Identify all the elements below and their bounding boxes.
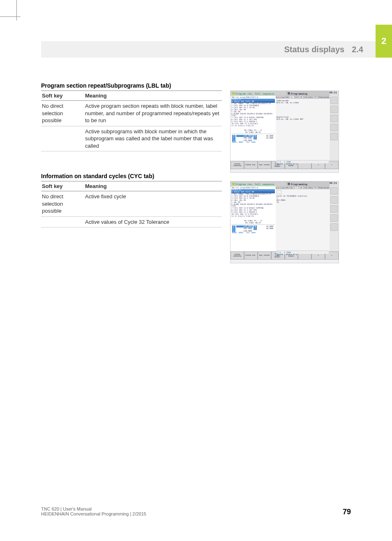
col-meaning: Meaning <box>84 91 222 101</box>
col-softkey: Soft key <box>41 91 84 101</box>
status-tabs: Overview PGM LBL CYC M POS TOOL TT TRANS… <box>276 186 330 189</box>
meaning-cell: Active program section repeats with bloc… <box>84 101 222 126</box>
lbl-info-panel: Subprograms Blk.no. LBL no./name Repetit… <box>276 99 330 161</box>
meaning-cell: Active subprograms with block number in … <box>84 126 222 151</box>
screenshot-cyc-tab: Program run, full sequence Programming 0… <box>230 181 339 263</box>
footer-line2: HEIDENHAIN Conversational Programming | … <box>41 511 146 516</box>
sk-cell <box>41 126 84 151</box>
section1-table: Soft key Meaning No direct selection pos… <box>41 91 222 151</box>
section1-title: Program section repeat/Subprograms (LBL … <box>41 82 351 89</box>
vertical-softkey-bar <box>330 96 339 161</box>
cyc-info-panel: Cycle 32 TOLERANCE Inactive: T HSC-MODE … <box>276 189 330 251</box>
screenshot-lbl-tab: Program run, full sequence Programming 0… <box>230 91 339 173</box>
sk-cell: No direct selection possible <box>41 191 84 217</box>
clock-area: 08:51 <box>330 91 339 96</box>
header-number: 2.4 <box>352 45 363 54</box>
program-listing: TNC:\nc_prog\PGM\STAT1.H →STAT1.H 0 BEGI… <box>231 96 276 161</box>
footer-line1: TNC 620 | User's Manual <box>41 506 146 511</box>
clock-area: 08:51 <box>330 181 339 186</box>
meaning-cell: Active values of Cycle 32 Tolerance <box>84 216 222 228</box>
col-softkey: Soft key <box>41 181 84 191</box>
page-number: 79 <box>343 508 351 516</box>
meaning-cell: Active fixed cycle <box>84 191 222 217</box>
header-title: Status displays <box>284 45 344 54</box>
page-footer: TNC 620 | User's Manual HEIDENHAIN Conve… <box>41 506 351 516</box>
sk-cell: No direct selection possible <box>41 101 84 126</box>
col-meaning: Meaning <box>84 181 222 191</box>
section2-table: Soft key Meaning No direct selection pos… <box>41 181 222 228</box>
program-listing: TNC:\nc_prog\PGM\STAT1.H →STAT1.H 0 BEGI… <box>231 186 276 251</box>
running-header: Status displays 2.4 <box>41 41 376 58</box>
status-tabs: Overview PGM LBL CYC M POS TOOL TT TRANS… <box>276 96 330 99</box>
sk-cell <box>41 216 84 228</box>
section2-title: Information on standard cycles (CYC tab) <box>41 173 351 179</box>
chapter-tab: 2 <box>376 25 392 58</box>
vertical-softkey-bar <box>330 186 339 251</box>
